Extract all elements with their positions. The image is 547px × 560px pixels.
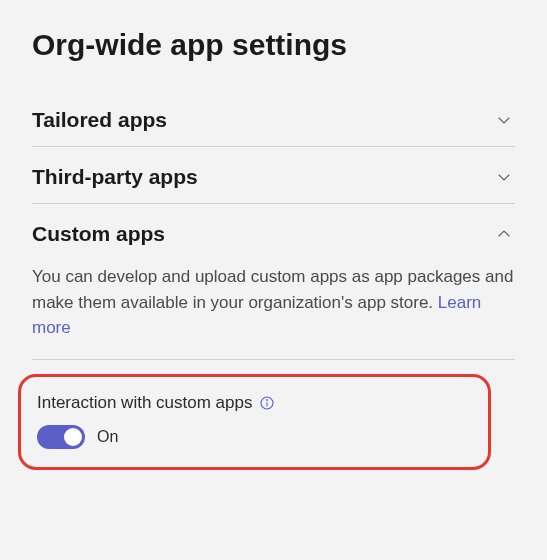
- section-title-custom-apps: Custom apps: [32, 222, 165, 246]
- section-title-tailored-apps: Tailored apps: [32, 108, 167, 132]
- section-title-third-party-apps: Third-party apps: [32, 165, 198, 189]
- chevron-up-icon: [493, 223, 515, 245]
- section-body-custom-apps: You can develop and upload custom apps a…: [32, 260, 515, 359]
- interaction-toggle[interactable]: [37, 425, 85, 449]
- section-header-tailored-apps[interactable]: Tailored apps: [32, 90, 515, 146]
- page-title: Org-wide app settings: [32, 28, 515, 62]
- section-third-party-apps: Third-party apps: [32, 147, 515, 204]
- chevron-down-icon: [493, 166, 515, 188]
- section-header-third-party-apps[interactable]: Third-party apps: [32, 147, 515, 203]
- interaction-toggle-row: On: [37, 425, 472, 449]
- interaction-setting-label: Interaction with custom apps: [37, 393, 252, 413]
- interaction-setting-label-row: Interaction with custom apps: [37, 393, 472, 413]
- toggle-knob: [64, 428, 82, 446]
- info-icon[interactable]: [258, 394, 276, 412]
- section-custom-apps: Custom apps You can develop and upload c…: [32, 204, 515, 360]
- section-tailored-apps: Tailored apps: [32, 90, 515, 147]
- custom-apps-description: You can develop and upload custom apps a…: [32, 264, 515, 341]
- interaction-setting-highlight: Interaction with custom apps On: [18, 374, 491, 470]
- section-header-custom-apps[interactable]: Custom apps: [32, 204, 515, 260]
- svg-point-2: [267, 399, 268, 400]
- chevron-down-icon: [493, 109, 515, 131]
- interaction-toggle-state: On: [97, 428, 118, 446]
